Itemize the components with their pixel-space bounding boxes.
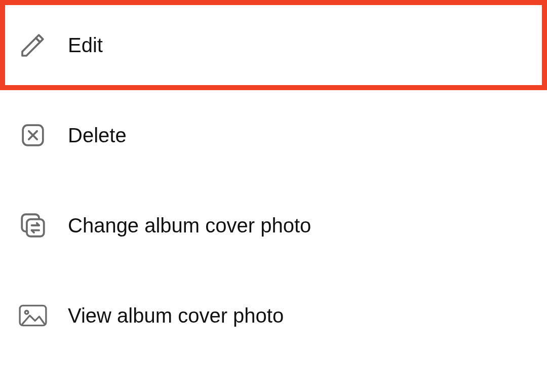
menu-item-edit[interactable]: Edit [0, 0, 547, 90]
menu-item-label: View album cover photo [68, 304, 284, 327]
x-box-icon [18, 121, 48, 150]
context-menu: Edit Delete Change album cover photo [0, 0, 547, 361]
menu-item-change-cover[interactable]: Change album cover photo [0, 180, 547, 270]
menu-item-view-cover[interactable]: View album cover photo [0, 270, 547, 361]
swap-cards-icon [18, 211, 48, 240]
menu-item-label: Delete [68, 124, 127, 147]
menu-item-label: Edit [68, 34, 103, 57]
svg-point-6 [25, 310, 28, 314]
pencil-icon [18, 30, 48, 60]
svg-rect-4 [27, 219, 44, 237]
image-icon [18, 301, 48, 330]
menu-item-delete[interactable]: Delete [0, 90, 547, 180]
menu-item-label: Change album cover photo [68, 214, 311, 237]
